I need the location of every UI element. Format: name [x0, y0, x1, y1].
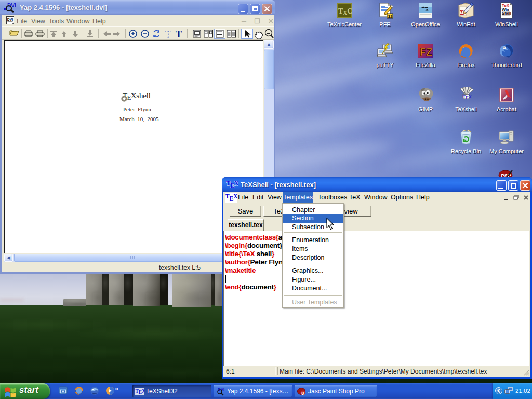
svg-text:Shell: Shell	[502, 11, 511, 16]
svg-text:DVI: DVI	[7, 18, 13, 21]
svg-text:FZ: FZ	[420, 46, 432, 58]
svg-text:TEX: TEX	[226, 180, 238, 189]
svg-text:DVI: DVI	[218, 387, 224, 392]
svg-text:8: 8	[301, 391, 304, 396]
svg-text:T: T	[176, 29, 182, 39]
svg-text:32: 32	[388, 14, 393, 19]
svg-text:TEX: TEX	[463, 94, 472, 100]
